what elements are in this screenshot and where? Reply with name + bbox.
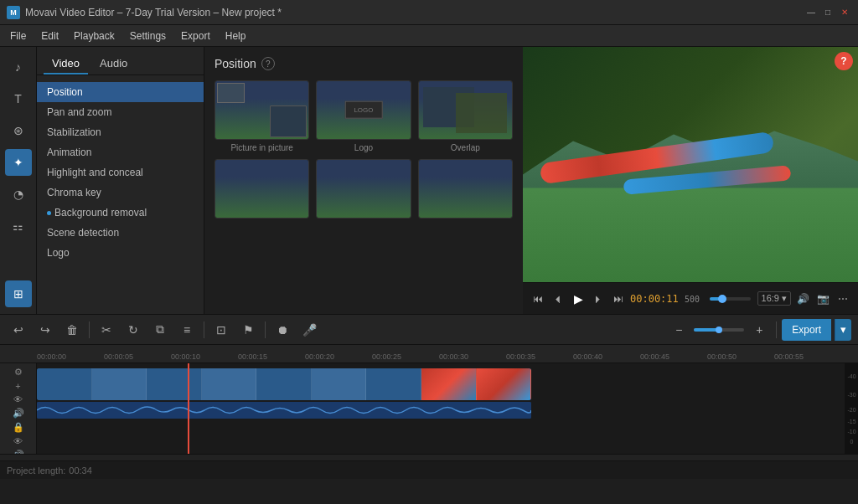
logo-center-layer: LOGO (345, 101, 383, 119)
toolbar: ↩ ↪ 🗑 ✂ ↻ ⧉ ≡ ⊡ ⚑ ⏺ 🎤 − + Export ▾ (0, 315, 858, 345)
delete-button[interactable]: 🗑 (60, 318, 84, 342)
menu-item-playback[interactable]: Playback (67, 28, 121, 44)
playhead[interactable] (188, 363, 189, 454)
effect-item-stabilization[interactable]: Stabilization (37, 122, 204, 142)
effect-item-logo[interactable]: Logo (37, 243, 204, 263)
effect-dot-background-removal (47, 211, 51, 215)
preview-frame: ? (523, 47, 858, 282)
tl-add-btn[interactable]: + (8, 381, 28, 391)
tab-audio[interactable]: Audio (91, 54, 136, 75)
menu-item-export[interactable]: Export (174, 28, 217, 44)
aspect-ratio-selector[interactable]: 16:9 ▾ (757, 291, 791, 306)
preview-background (523, 47, 858, 282)
rotate-button[interactable]: ↻ (121, 318, 145, 342)
position-title-label: Position (214, 57, 256, 70)
video-preview: ? ⏮ ⏴ ▶ ⏵ ⏭ 00:00:11 500 16:9 ▾ 🔊 📷 ⋯ (523, 47, 858, 314)
tl-mute-btn[interactable]: 🔊 (8, 408, 28, 419)
crop-button[interactable]: ⊡ (209, 318, 233, 342)
undo-button[interactable]: ↩ (7, 318, 30, 342)
redo-button[interactable]: ↪ (34, 318, 57, 342)
snapshot-button[interactable]: 📷 (814, 291, 831, 307)
playback-thumb (718, 295, 726, 303)
sticker-icon-btn[interactable]: ⚏ (5, 213, 32, 239)
help-button[interactable]: ? (835, 52, 853, 70)
more-options-button[interactable]: ⋯ (835, 291, 851, 307)
thumbnail-6[interactable] (418, 159, 513, 222)
effect-item-position[interactable]: Position (37, 82, 204, 102)
export-button[interactable]: Export (782, 319, 831, 341)
effect-item-pan-zoom[interactable]: Pan and zoom (37, 102, 204, 122)
thumbnail-overlap[interactable]: Overlap (418, 80, 513, 152)
thumb-box-5 (316, 159, 411, 219)
tl-lock-btn[interactable]: 🔒 (8, 422, 28, 433)
timeline-left-controls: ⚙ + 👁 🔊 🔒 👁 🔊 (0, 363, 37, 454)
transitions-icon-btn[interactable]: ✦ (5, 149, 32, 176)
effect-item-highlight-conceal[interactable]: Highlight and conceal (37, 162, 204, 183)
toolbar-separator-2 (204, 321, 204, 338)
overlap-front-layer (456, 93, 507, 133)
marker-button[interactable]: ⚑ (236, 318, 260, 342)
info-icon[interactable]: ? (261, 57, 275, 70)
text-icon-btn[interactable]: T (5, 85, 32, 112)
record-button[interactable]: ⏺ (271, 318, 294, 342)
menu-item-help[interactable]: Help (219, 28, 253, 44)
thumbnail-5[interactable] (316, 159, 411, 222)
time-display: 00:00:11 500 (630, 293, 700, 305)
vt-frame-8 (421, 368, 477, 400)
skip-back-button[interactable]: ⏮ (530, 291, 546, 307)
tl-eye2-btn[interactable]: 👁 (8, 436, 28, 446)
close-button[interactable]: ✕ (838, 6, 851, 19)
export-arrow-button[interactable]: ▾ (835, 319, 851, 341)
effects-icon-btn[interactable]: ⊛ (5, 117, 32, 144)
more-button[interactable]: ≡ (175, 318, 199, 342)
cut-button[interactable]: ✂ (95, 318, 118, 342)
thumb-box-pip (214, 80, 309, 140)
effects-list: PositionPan and zoomStabilizationAnimati… (37, 79, 204, 266)
skip-forward-button[interactable]: ⏭ (610, 291, 627, 307)
music-icon-btn[interactable]: ♪ (5, 54, 32, 80)
trim-button[interactable]: ⧉ (148, 318, 172, 342)
effect-item-scene-detection[interactable]: Scene detection (37, 223, 204, 243)
zoom-in-button[interactable]: + (747, 318, 771, 342)
step-back-button[interactable]: ⏴ (550, 291, 566, 307)
play-button[interactable]: ▶ (570, 291, 587, 307)
tab-video[interactable]: Video (44, 54, 88, 75)
menu-item-file[interactable]: File (3, 28, 33, 44)
volume-button[interactable]: 🔊 (794, 291, 811, 307)
pip-main-layer (270, 105, 308, 137)
thumb-bg-5 (317, 160, 410, 218)
minimize-button[interactable]: — (804, 6, 818, 19)
thumbnail-4[interactable] (214, 159, 309, 222)
content-area: ♪ T ⊛ ✦ ◔ ⚏ ⊞ Video Audio PositionPan an… (0, 47, 858, 315)
zoom-slider[interactable] (694, 328, 744, 332)
ruler-mark-1: 00:00:05 (104, 352, 133, 361)
timeline-scroll[interactable] (0, 454, 858, 460)
step-forward-button[interactable]: ⏵ (590, 291, 607, 307)
mic-button[interactable]: 🎤 (297, 318, 321, 342)
apps-icon-btn[interactable]: ⊞ (5, 280, 32, 307)
menu-item-settings[interactable]: Settings (123, 28, 173, 44)
toolbar-separator-1 (89, 321, 90, 338)
effect-item-background-removal[interactable]: Background removal (37, 203, 204, 223)
video-track-content[interactable] (37, 368, 531, 400)
thumbnail-logo[interactable]: LOGO Logo (316, 80, 411, 152)
title-bar: M Movavi Video Editor – 7-Day Trial Vers… (0, 0, 858, 25)
tl-settings-btn[interactable]: ⚙ (8, 367, 28, 378)
position-title-row: Position ? (214, 57, 513, 70)
position-panel: Position ? Picture in picture (204, 47, 523, 314)
time-icon-btn[interactable]: ◔ (5, 181, 32, 208)
audio-track-content[interactable] (37, 402, 531, 419)
menu-item-edit[interactable]: Edit (34, 28, 65, 44)
zoom-thumb (716, 327, 722, 333)
thumbnail-pip[interactable]: Picture in picture (214, 80, 309, 152)
vt-frame-7 (366, 368, 421, 400)
effect-item-chroma-key[interactable]: Chroma key (37, 183, 204, 203)
title-text: Movavi Video Editor – 7-Day Trial Versio… (25, 7, 282, 18)
tl-eye-btn[interactable]: 👁 (8, 394, 28, 404)
maximize-button[interactable]: □ (821, 6, 835, 19)
playback-progress[interactable] (710, 297, 750, 301)
zoom-out-button[interactable]: − (667, 318, 690, 342)
effect-item-animation[interactable]: Animation (37, 142, 204, 162)
timeline-area: 00:00:0000:00:0500:00:1000:00:1500:00:20… (0, 345, 858, 479)
thumb-label-logo: Logo (354, 143, 373, 152)
